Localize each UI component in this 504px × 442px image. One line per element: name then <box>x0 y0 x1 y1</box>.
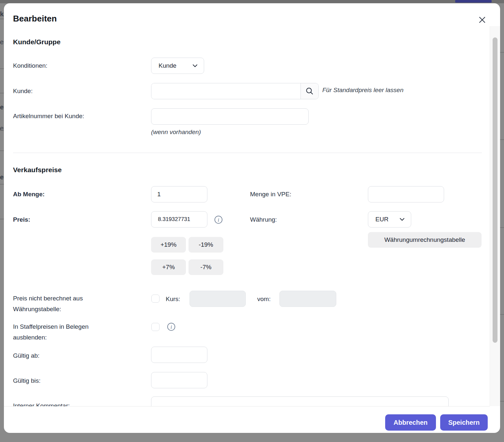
section-divider <box>13 153 482 153</box>
scrollbar-thumb[interactable] <box>493 37 497 343</box>
section-heading-verkaufspreise: Verkaufspreise <box>13 166 62 174</box>
staffel-info-icon[interactable]: i <box>167 323 175 331</box>
menge-vpe-input[interactable] <box>368 186 444 202</box>
gueltig-bis-input[interactable] <box>151 372 207 388</box>
vom-label: vom: <box>257 294 271 304</box>
ab-menge-label: Ab Menge: <box>13 189 45 200</box>
ab-menge-input[interactable] <box>151 186 207 202</box>
artikelnummer-hint: (wenn vorhanden) <box>151 129 201 136</box>
dimmed-page-left-edge: k( er ei e ei <box>0 0 4 442</box>
save-button[interactable]: Speichern <box>440 414 488 431</box>
edit-dialog: Bearbeiten Kunde/Gruppe Konditionen: Kun… <box>4 3 500 433</box>
interner-kommentar-textarea[interactable] <box>151 396 449 407</box>
gueltig-ab-input[interactable] <box>151 347 207 363</box>
konditionen-select-value: Kunde <box>159 62 176 69</box>
close-button[interactable] <box>476 14 488 26</box>
percent-plus19-button[interactable]: +19% <box>151 237 186 253</box>
waehrung-label: Währung: <box>250 214 277 225</box>
artikelnummer-label: Artikelnummer bei Kunde: <box>13 111 84 121</box>
percent-minus7-button[interactable]: -7% <box>189 259 223 275</box>
preis-label: Preis: <box>13 214 30 225</box>
preis-input[interactable] <box>151 211 207 228</box>
artikelnummer-input[interactable] <box>151 108 309 125</box>
interner-kommentar-label: Interner Kommentar: <box>13 400 70 407</box>
backdrop-text-fragment: k( <box>0 10 4 18</box>
search-icon <box>305 87 314 95</box>
close-icon <box>477 15 487 25</box>
waehrung-select[interactable]: EUR <box>368 211 411 228</box>
backdrop-text-fragment: e <box>0 125 4 132</box>
kunde-search-group <box>151 83 319 99</box>
kurs-row-label: Preis nicht berechnet aus Währungstabell… <box>13 293 83 314</box>
currency-table-button[interactable]: Währungumrechnungstabelle <box>368 232 482 248</box>
dialog-scroll-area: Bearbeiten Kunde/Gruppe Konditionen: Kun… <box>4 3 490 407</box>
dimmed-app-topbar <box>0 0 504 3</box>
dialog-title: Bearbeiten <box>13 14 57 24</box>
backdrop-text-fragment: er <box>0 38 4 46</box>
percent-plus7-button[interactable]: +7% <box>151 259 186 275</box>
dimmed-page-right-edge <box>500 0 504 442</box>
chevron-down-icon <box>399 216 406 223</box>
cancel-button[interactable]: Abbrechen <box>385 414 436 431</box>
waehrung-select-value: EUR <box>375 216 388 223</box>
gueltig-ab-label: Gültig ab: <box>13 350 39 361</box>
chevron-down-icon <box>191 62 199 69</box>
backdrop-text-fragment: ei <box>0 173 4 181</box>
dimmed-primary-button <box>455 0 492 3</box>
kunde-label: Kunde: <box>13 86 33 96</box>
kurs-input[interactable] <box>189 291 246 307</box>
kurs-label: Kurs: <box>166 294 180 304</box>
backdrop-text-fragment: ei <box>0 104 4 111</box>
konditionen-select[interactable]: Kunde <box>151 58 204 74</box>
percent-minus19-button[interactable]: -19% <box>189 237 223 253</box>
kurs-checkbox[interactable] <box>151 295 160 303</box>
konditionen-label: Konditionen: <box>13 60 48 71</box>
vom-input[interactable] <box>279 291 336 307</box>
staffel-checkbox[interactable] <box>151 323 160 331</box>
gueltig-bis-label: Gültig bis: <box>13 375 40 386</box>
section-heading-kunde-gruppe: Kunde/Gruppe <box>13 38 61 46</box>
info-glyph: i <box>171 324 172 330</box>
preis-info-icon[interactable]: i <box>214 215 223 224</box>
info-glyph: i <box>218 217 219 223</box>
staffel-row-label: In Staffelpreisen in Belegen ausblenden: <box>13 321 89 343</box>
kunde-hint: Für Standardpreis leer lassen <box>322 87 403 94</box>
search-button[interactable] <box>301 83 318 99</box>
menge-vpe-label: Menge in VPE: <box>250 189 291 200</box>
kunde-input[interactable] <box>151 83 301 99</box>
